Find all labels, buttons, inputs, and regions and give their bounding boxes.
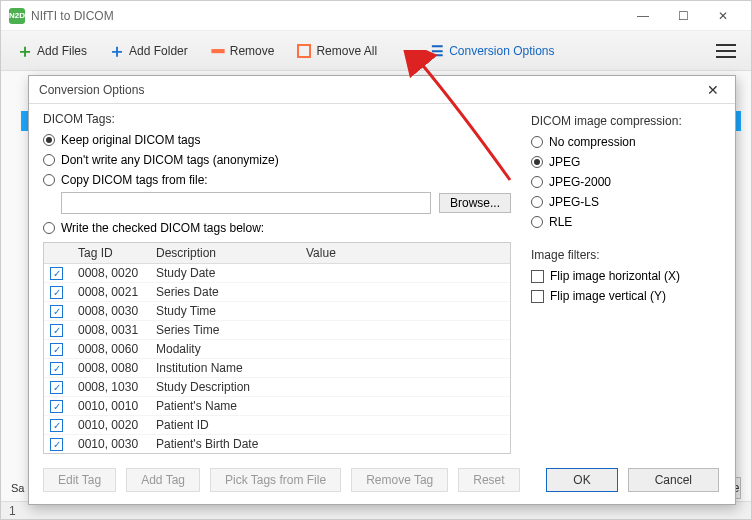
table-row[interactable]: ✓0008, 0060Modality <box>44 340 510 359</box>
th-tag-id[interactable]: Tag ID <box>72 243 150 263</box>
table-body: ✓0008, 0020Study Date✓0008, 0021Series D… <box>44 264 510 453</box>
checkbox-icon <box>531 270 544 283</box>
minimize-button[interactable]: — <box>623 2 663 30</box>
table-header: Tag ID Description Value <box>44 243 510 264</box>
close-button[interactable]: ✕ <box>703 2 743 30</box>
cell-tag-id: 0008, 0021 <box>72 282 150 302</box>
table-row[interactable]: ✓0008, 0030Study Time <box>44 302 510 321</box>
window-controls: — ☐ ✕ <box>623 2 743 30</box>
table-row[interactable]: ✓0008, 0080Institution Name <box>44 359 510 378</box>
radio-label: Don't write any DICOM tags (anonymize) <box>61 153 279 167</box>
row-checkbox[interactable]: ✓ <box>50 324 63 337</box>
table-row[interactable]: ✓0008, 0020Study Date <box>44 264 510 283</box>
remove-button[interactable]: ━ Remove <box>204 39 281 63</box>
flip-horizontal-checkbox[interactable]: Flip image horizontal (X) <box>531 266 721 286</box>
table-row[interactable]: ✓0010, 0030Patient's Birth Date <box>44 435 510 453</box>
browse-button[interactable]: Browse... <box>439 193 511 213</box>
table-row[interactable]: ✓0008, 0031Series Time <box>44 321 510 340</box>
radio-icon <box>531 176 543 188</box>
th-value[interactable]: Value <box>300 243 510 263</box>
cell-value <box>300 403 510 409</box>
toolbar: ＋ Add Files ＋ Add Folder ━ Remove Remove… <box>1 31 751 71</box>
add-folder-label: Add Folder <box>129 44 188 58</box>
radio-copy-from-file[interactable]: Copy DICOM tags from file: <box>43 170 511 190</box>
dialog-close-button[interactable]: ✕ <box>701 82 725 98</box>
radio-no-compression[interactable]: No compression <box>531 132 721 152</box>
radio-icon <box>43 174 55 186</box>
dialog-footer: OK Cancel <box>29 468 735 504</box>
add-files-button[interactable]: ＋ Add Files <box>11 39 93 63</box>
remove-label: Remove <box>230 44 275 58</box>
radio-anonymize[interactable]: Don't write any DICOM tags (anonymize) <box>43 150 511 170</box>
row-checkbox[interactable]: ✓ <box>50 305 63 318</box>
radio-label: Write the checked DICOM tags below: <box>61 221 264 235</box>
radio-icon <box>531 156 543 168</box>
row-checkbox[interactable]: ✓ <box>50 400 63 413</box>
menu-button[interactable] <box>711 36 741 66</box>
add-files-label: Add Files <box>37 44 87 58</box>
cell-description: Patient ID <box>150 415 300 435</box>
add-folder-button[interactable]: ＋ Add Folder <box>103 39 194 63</box>
ok-button[interactable]: OK <box>546 468 617 492</box>
radio-icon <box>43 134 55 146</box>
radio-rle[interactable]: RLE <box>531 212 721 232</box>
row-checkbox[interactable]: ✓ <box>50 419 63 432</box>
table-row[interactable]: ✓0008, 1030Study Description <box>44 378 510 397</box>
minus-icon: ━ <box>210 43 226 59</box>
cell-description: Institution Name <box>150 358 300 378</box>
row-checkbox[interactable]: ✓ <box>50 381 63 394</box>
radio-keep-original[interactable]: Keep original DICOM tags <box>43 130 511 150</box>
cell-tag-id: 0010, 0010 <box>72 396 150 416</box>
radio-label: Copy DICOM tags from file: <box>61 173 208 187</box>
cell-value <box>300 346 510 352</box>
plus-icon: ＋ <box>109 43 125 59</box>
conversion-options-button[interactable]: ☰ Conversion Options <box>423 39 560 63</box>
table-row[interactable]: ✓0010, 0010Patient's Name <box>44 397 510 416</box>
cell-tag-id: 0010, 0020 <box>72 415 150 435</box>
row-checkbox[interactable]: ✓ <box>50 343 63 356</box>
row-checkbox[interactable]: ✓ <box>50 438 63 451</box>
radio-icon <box>531 136 543 148</box>
radio-jpeg[interactable]: JPEG <box>531 152 721 172</box>
cancel-button[interactable]: Cancel <box>628 468 719 492</box>
cell-tag-id: 0008, 0030 <box>72 301 150 321</box>
table-row[interactable]: ✓0008, 0021Series Date <box>44 283 510 302</box>
copy-file-input[interactable] <box>61 192 431 214</box>
row-checkbox[interactable]: ✓ <box>50 267 63 280</box>
save-label-partial: Sa <box>11 482 24 494</box>
cell-value <box>300 270 510 276</box>
dicom-tags-panel: DICOM Tags: Keep original DICOM tags Don… <box>43 112 511 454</box>
radio-icon <box>531 196 543 208</box>
th-description[interactable]: Description <box>150 243 300 263</box>
row-checkbox[interactable]: ✓ <box>50 362 63 375</box>
cell-description: Study Date <box>150 264 300 283</box>
radio-write-checked[interactable]: Write the checked DICOM tags below: <box>43 218 511 238</box>
cell-description: Patient's Birth Date <box>150 434 300 453</box>
flip-vertical-checkbox[interactable]: Flip image vertical (Y) <box>531 286 721 306</box>
cell-value <box>300 384 510 390</box>
cell-value <box>300 308 510 314</box>
cell-description: Study Description <box>150 377 300 397</box>
maximize-button[interactable]: ☐ <box>663 2 703 30</box>
cell-value <box>300 441 510 447</box>
cell-description: Study Time <box>150 301 300 321</box>
cell-value <box>300 422 510 428</box>
radio-label: Keep original DICOM tags <box>61 133 200 147</box>
cell-tag-id: 0008, 0031 <box>72 320 150 340</box>
radio-jpegls[interactable]: JPEG-LS <box>531 192 721 212</box>
cell-description: Modality <box>150 339 300 359</box>
options-icon: ☰ <box>429 43 445 59</box>
row-checkbox[interactable]: ✓ <box>50 286 63 299</box>
square-icon <box>296 43 312 59</box>
cell-description: Patient's Name <box>150 396 300 416</box>
table-row[interactable]: ✓0010, 0020Patient ID <box>44 416 510 435</box>
dialog-title: Conversion Options <box>39 83 144 97</box>
remove-all-button[interactable]: Remove All <box>290 39 383 63</box>
titlebar: N2D NIfTI to DICOM — ☐ ✕ <box>1 1 751 31</box>
app-icon: N2D <box>9 8 25 24</box>
cell-tag-id: 0008, 0080 <box>72 358 150 378</box>
radio-jpeg2000[interactable]: JPEG-2000 <box>531 172 721 192</box>
filters-section-label: Image filters: <box>531 248 721 262</box>
window-title: NIfTI to DICOM <box>31 9 623 23</box>
radio-icon <box>43 222 55 234</box>
